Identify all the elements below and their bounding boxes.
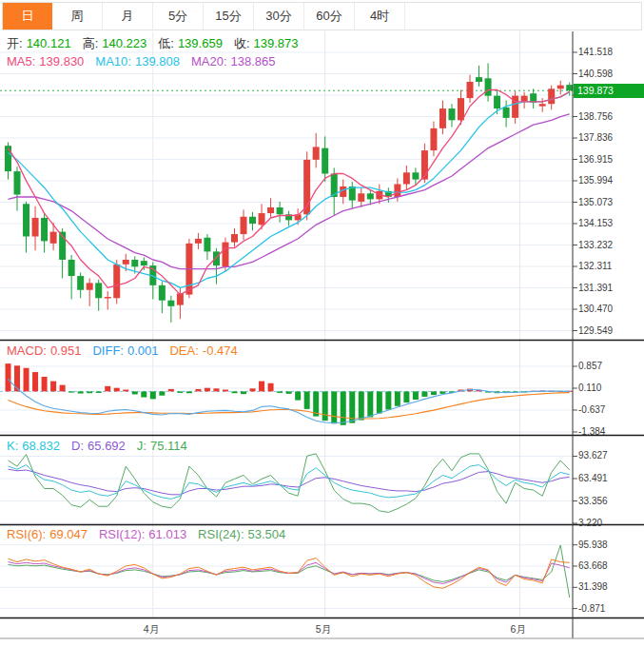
high-label: 高: [83,36,99,50]
ma-readout: MA5:139.830MA10:139.808MA20:138.865 [7,54,280,69]
current-price-badge: 139.873 [574,84,644,98]
price-axis-label: 134.153 [578,218,613,228]
macd-axis-label: 0.110 [578,382,601,393]
low-label: 低: [158,36,174,50]
price-axis-label: 141.518 [578,47,613,57]
macd-axis-label: -1.384 [578,426,605,437]
ma20-label: MA20: [191,54,227,69]
price-axis-label: 138.756 [578,111,613,122]
tab-60分[interactable]: 60分 [304,3,355,29]
macd-value: 0.951 [50,343,82,358]
rsi-axis-label: -0.871 [578,603,605,614]
j-value: 75.114 [150,439,187,453]
ma10-value: 139.808 [135,54,180,69]
rsi-axis-label: 95.938 [578,539,608,550]
tabbar-filler [405,3,641,29]
close-value: 139.873 [254,36,299,50]
trading-chart-app: 日周月5分15分30分60分4时 开:140.121高:140.223低:139… [0,0,644,647]
ohlc-readout: 开:140.121高:140.223低:139.659收:139.873 [7,35,302,52]
price-axis-label: 137.836 [578,132,613,143]
tab-周[interactable]: 周 [52,3,103,29]
tab-5分[interactable]: 5分 [153,3,204,29]
low-value: 139.659 [178,36,223,50]
price-axis-label: 131.391 [578,283,613,293]
price-axis-label: 133.232 [578,240,613,250]
rsi-axis-label: 63.668 [578,560,608,571]
rsi24-label: RSI(24): [198,527,244,541]
j-label: J: [137,439,146,453]
diff-value: 0.001 [127,343,159,358]
month-label: 5月 [316,623,331,637]
chart-canvas[interactable] [0,0,644,647]
rsi24-value: 53.504 [248,527,286,541]
timeframe-tabbar: 日周月5分15分30分60分4时 [2,2,642,30]
ma20-value: 138.865 [231,54,276,69]
macd-readout: MACD:0.951DIFF:0.001DEA:-0.474 [7,343,242,358]
kdj-axis-label: 63.491 [578,473,608,483]
tab-4时[interactable]: 4时 [355,3,405,29]
macd-axis-label: -0.637 [578,404,605,415]
diff-label: DIFF: [92,343,124,358]
tab-月[interactable]: 月 [103,3,153,29]
price-axis-label: 135.994 [578,175,613,186]
rsi-axis-label: 31.398 [578,581,608,592]
ma5-value: 139.830 [39,54,84,69]
price-axis-label: 130.470 [578,304,613,314]
month-label: 4月 [144,623,159,637]
open-label: 开: [7,36,23,50]
rsi12-label: RSI(12): [99,527,145,541]
macd-label: MACD: [7,343,47,358]
kdj-axis-label: 33.356 [578,496,608,506]
dea-label: DEA: [169,343,198,358]
rsi6-value: 69.047 [49,527,88,541]
k-value: 68.832 [22,439,60,453]
k-label: K: [7,439,18,453]
tab-日[interactable]: 日 [3,3,52,29]
d-label: D: [71,439,84,453]
kdj-axis-label: 3.220 [578,518,602,528]
macd-axis-label: 0.857 [578,361,602,371]
price-axis-label: 136.915 [578,154,613,165]
rsi6-label: RSI(6): [7,527,46,541]
price-axis-label: 132.311 [578,261,612,271]
dea-value: -0.474 [203,343,238,358]
open-value: 140.121 [27,36,71,50]
ma10-label: MA10: [95,54,131,69]
price-axis-label: 129.549 [578,325,613,336]
high-value: 140.223 [102,36,146,50]
kdj-axis-label: 93.627 [578,450,608,461]
price-axis-label: 135.073 [578,197,613,207]
month-label: 6月 [510,623,525,637]
rsi12-value: 61.013 [148,527,186,541]
close-label: 收: [234,36,250,50]
kdj-readout: K:68.832D:65.692J:75.114 [7,439,191,453]
price-axis-label: 140.598 [578,69,613,79]
d-value: 65.692 [88,439,126,453]
tab-15分[interactable]: 15分 [204,3,254,29]
rsi-readout: RSI(6):69.047RSI(12):61.013RSI(24):53.50… [7,527,289,541]
ma5-label: MA5: [7,54,35,69]
tab-30分[interactable]: 30分 [254,3,304,29]
